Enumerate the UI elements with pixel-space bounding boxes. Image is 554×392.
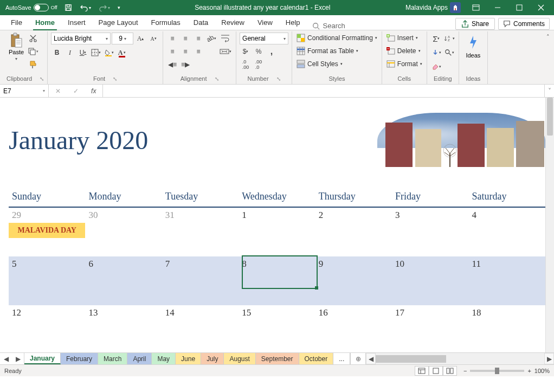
date-cell[interactable]: 31 — [162, 207, 239, 223]
share-button[interactable]: Share — [455, 18, 495, 30]
tab-file[interactable]: File — [4, 15, 29, 30]
ideas-button[interactable]: Ideas — [462, 33, 484, 60]
event-cell[interactable] — [392, 320, 468, 352]
event-cell[interactable] — [162, 272, 239, 305]
orientation-button[interactable]: ab▾ — [205, 33, 217, 44]
date-cell[interactable]: 10 — [392, 256, 468, 272]
date-cell[interactable]: 16 — [315, 305, 392, 320]
new-sheet-button[interactable]: ⊕ — [351, 353, 366, 364]
date-cell[interactable]: 2 — [315, 207, 392, 223]
calendar-event[interactable]: MALAVIDA DAY — [9, 223, 85, 238]
redo-button[interactable]: ▾ — [95, 2, 114, 13]
cancel-formula-button[interactable]: ✕ — [55, 87, 61, 95]
name-box[interactable]: E7▾ — [0, 85, 49, 97]
tab-insert[interactable]: Insert — [61, 15, 92, 30]
date-cell[interactable]: 5 — [9, 256, 85, 272]
event-cell[interactable] — [469, 223, 545, 256]
zoom-level[interactable]: 100% — [534, 368, 550, 374]
date-cell[interactable]: 30 — [85, 207, 162, 223]
hscroll-left[interactable]: ◀ — [366, 353, 376, 364]
decrease-decimal-button[interactable]: .00.0 — [253, 59, 265, 70]
wrap-text-button[interactable] — [218, 33, 233, 44]
bold-button[interactable]: B — [51, 47, 63, 59]
date-cell[interactable]: 7 — [162, 256, 239, 272]
date-cell[interactable]: 3 — [392, 207, 468, 223]
number-format-select[interactable]: General▾ — [240, 33, 288, 44]
autosave-toggle[interactable] — [34, 4, 49, 11]
tab-view[interactable]: View — [251, 15, 279, 30]
sort-filter-button[interactable]: AZ▾ — [443, 33, 455, 44]
minimize-button[interactable] — [487, 0, 508, 15]
format-painter-button[interactable] — [27, 59, 39, 70]
page-layout-view-button[interactable] — [429, 366, 443, 376]
event-cell[interactable] — [392, 223, 468, 256]
tab-page-layout[interactable]: Page Layout — [92, 15, 145, 30]
comma-format-button[interactable]: , — [266, 46, 278, 57]
event-cell[interactable] — [9, 320, 85, 352]
sheet-tab-october[interactable]: October — [299, 353, 334, 364]
insert-cells-button[interactable]: Insert▾ — [385, 33, 423, 43]
zoom-in-button[interactable]: + — [527, 368, 531, 374]
event-cell[interactable] — [162, 223, 239, 256]
hscroll-right[interactable]: ▶ — [544, 353, 554, 364]
sheet-tab-january[interactable]: January — [24, 353, 61, 364]
align-top-button[interactable]: ≡ — [166, 33, 178, 44]
tab-data[interactable]: Data — [187, 15, 215, 30]
sheet-tab-may[interactable]: May — [152, 353, 176, 364]
horizontal-scrollbar[interactable]: ◀ ▶ — [366, 353, 554, 364]
date-cell[interactable]: 13 — [85, 305, 162, 320]
event-cell[interactable] — [9, 272, 85, 305]
align-left-button[interactable]: ≡ — [166, 46, 178, 57]
merge-center-button[interactable]: ▾ — [218, 46, 233, 57]
clipboard-launcher[interactable]: ⤡ — [40, 76, 44, 82]
vertical-scrollbar[interactable] — [545, 98, 554, 352]
tab-review[interactable]: Review — [215, 15, 251, 30]
percent-format-button[interactable]: % — [253, 46, 265, 57]
tab-help[interactable]: Help — [279, 15, 307, 30]
event-cell[interactable] — [315, 223, 392, 256]
fill-button[interactable]: ▾ — [430, 47, 442, 59]
sheet-tab-august[interactable]: August — [224, 353, 255, 364]
event-cell[interactable] — [315, 320, 392, 352]
sheet-tab-april[interactable]: April — [127, 353, 152, 364]
event-cell[interactable] — [469, 272, 545, 305]
event-cell[interactable] — [85, 272, 162, 305]
conditional-formatting-button[interactable]: Conditional Formatting▾ — [295, 33, 378, 43]
date-cell[interactable]: 9 — [315, 256, 392, 272]
format-cells-button[interactable]: Format▾ — [385, 59, 423, 69]
event-cell[interactable] — [85, 320, 162, 352]
event-cell[interactable] — [85, 223, 162, 256]
event-cell[interactable] — [469, 320, 545, 352]
font-size-select[interactable]: 9▾ — [112, 33, 133, 44]
worksheet[interactable]: January 2020 SundayMondayTuesdayWednesda… — [0, 98, 554, 352]
event-cell[interactable]: MALAVIDA DAY — [9, 223, 85, 256]
save-button[interactable] — [61, 2, 76, 13]
date-cell[interactable]: 14 — [162, 305, 239, 320]
underline-button[interactable]: U▾ — [77, 47, 89, 59]
event-cell[interactable] — [315, 272, 392, 305]
sheet-overflow[interactable]: ... — [333, 353, 350, 364]
sheet-tab-march[interactable]: March — [98, 353, 127, 364]
format-as-table-button[interactable]: Format as Table▾ — [295, 46, 378, 56]
alignment-launcher[interactable]: ⤡ — [215, 76, 219, 82]
align-bottom-button[interactable]: ≡ — [192, 33, 204, 44]
decrease-indent-button[interactable]: ◀≡ — [166, 59, 178, 70]
copy-button[interactable]: ▾ — [27, 46, 39, 57]
clear-button[interactable]: ▾ — [430, 61, 442, 73]
font-color-button[interactable]: A▾ — [116, 47, 128, 59]
paste-button[interactable]: Paste ▾ — [7, 33, 26, 62]
date-cell[interactable]: 12 — [9, 305, 85, 320]
date-cell[interactable]: 29 — [9, 207, 85, 223]
date-cell[interactable]: 11 — [469, 256, 545, 272]
page-break-view-button[interactable] — [443, 366, 457, 376]
expand-formula-bar[interactable]: ˅ — [544, 85, 554, 97]
italic-button[interactable]: I — [64, 47, 76, 59]
collapse-ribbon-button[interactable]: ˄ — [546, 34, 550, 41]
event-cell[interactable] — [239, 320, 315, 352]
sheet-tab-february[interactable]: February — [61, 353, 98, 364]
find-select-button[interactable]: ▾ — [443, 47, 455, 59]
formula-input[interactable] — [103, 85, 544, 97]
delete-cells-button[interactable]: Delete▾ — [385, 46, 423, 56]
decrease-font-button[interactable]: A▾ — [147, 33, 159, 44]
date-cell[interactable]: 1 — [239, 207, 315, 223]
